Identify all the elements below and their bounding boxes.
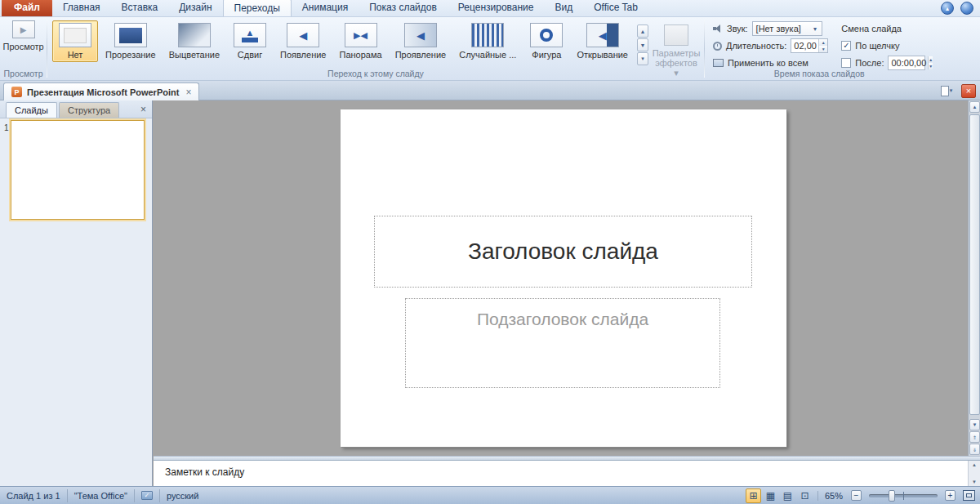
ribbon-tab-bar: Файл Главная Вставка Дизайн Переходы Ани… <box>0 0 980 17</box>
gallery-more-button[interactable]: ▾ <box>637 52 648 65</box>
tab-file[interactable]: Файл <box>2 0 52 16</box>
new-tab-button[interactable]: ▾ <box>937 83 956 98</box>
notes-scroll-down-icon[interactable]: ▼ <box>972 479 977 484</box>
duration-label: Длительность: <box>726 41 786 51</box>
fit-to-window-icon <box>966 493 972 497</box>
zoom-slider[interactable] <box>869 494 938 497</box>
zoom-level[interactable]: 65% <box>817 491 849 501</box>
on-click-option[interactable]: ✓ По щелчку <box>841 38 925 53</box>
theme-indicator[interactable]: "Тема Office" <box>68 489 135 502</box>
preview-group: ▶ Просмотр Просмотр <box>0 17 47 80</box>
tab-design[interactable]: Дизайн <box>168 0 222 16</box>
on-click-checkbox-checked[interactable]: ✓ <box>841 41 851 51</box>
scrollbar-thumb[interactable] <box>969 114 980 415</box>
subtitle-placeholder[interactable]: Подзаголовок слайда <box>405 298 720 388</box>
zoom-slider-thumb[interactable] <box>889 490 895 502</box>
language-indicator[interactable]: русский <box>160 489 205 502</box>
spinner-buttons[interactable]: ▲ ▼ <box>928 56 933 69</box>
slide-editing-area: Заголовок слайда Подзаголовок слайда ▲ ▼… <box>154 100 980 486</box>
fit-to-window-button[interactable] <box>963 490 975 501</box>
reading-view-button[interactable]: ▤ <box>780 488 795 503</box>
transition-push[interactable]: ▲ Сдвиг <box>227 20 273 62</box>
transition-cut[interactable]: Прорезание <box>100 20 162 62</box>
dropdown-icon: ▾ <box>811 25 820 33</box>
preview-button-label: Просмотр <box>3 42 44 51</box>
tab-slides[interactable]: Слайды <box>6 102 57 118</box>
collapse-ribbon-button[interactable]: ▴ <box>941 2 954 15</box>
normal-view-button[interactable]: ⊞ <box>746 488 761 503</box>
spin-up-icon: ▲ <box>929 56 933 63</box>
sound-dropdown[interactable]: [Нет звука] ▾ <box>752 21 822 36</box>
help-button[interactable] <box>960 2 973 15</box>
vertical-scrollbar[interactable]: ▲ ▼ ⇑ ⇓ <box>968 100 980 456</box>
transition-pan[interactable]: ▶◀ Панорама <box>333 20 387 62</box>
next-slide-button[interactable]: ⇓ <box>969 444 980 455</box>
scroll-down-button[interactable]: ▼ <box>969 419 980 430</box>
scrollbar-bottom-buttons: ▼ ⇑ ⇓ <box>969 418 980 456</box>
slide-canvas[interactable]: Заголовок слайда Подзаголовок слайда <box>341 109 786 447</box>
transition-fade[interactable]: Выцветание <box>163 20 225 62</box>
transition-uncover[interactable]: ◀ Открывание <box>571 20 634 62</box>
tab-review[interactable]: Рецензирование <box>448 0 545 16</box>
tab-animations[interactable]: Анимация <box>292 0 359 16</box>
close-icon: × <box>966 86 971 96</box>
transition-shape[interactable]: Фигура <box>523 20 569 62</box>
document-tab[interactable]: P Презентация Microsoft PowerPoint × <box>3 83 199 100</box>
slideshow-button[interactable]: ⊡ <box>797 488 813 503</box>
transition-none[interactable]: Нет <box>52 20 98 62</box>
close-panel-icon[interactable]: × <box>140 104 146 115</box>
slide-sorter-button[interactable]: ▦ <box>763 488 778 503</box>
transition-fade-icon <box>178 23 211 47</box>
notes-scrollbar[interactable]: ▲ ▼ <box>968 461 980 486</box>
tab-slideshow[interactable]: Показ слайдов <box>359 0 448 16</box>
tab-home[interactable]: Главная <box>52 0 111 16</box>
document-tab-controls: ▾ × <box>937 83 976 98</box>
transition-random-bars[interactable]: Случайные ... <box>453 20 522 62</box>
effect-options-icon <box>664 25 688 46</box>
transition-reveal[interactable]: ◀ Проявление <box>390 20 452 62</box>
window-controls: ▴ <box>941 2 973 15</box>
zoom-center-notch <box>903 492 904 500</box>
plus-icon: + <box>948 492 953 500</box>
tab-view[interactable]: Вид <box>545 0 584 16</box>
status-bar: Слайд 1 из 1 "Тема Office" ✓ русский ⊞ ▦… <box>0 486 980 504</box>
title-placeholder[interactable]: Заголовок слайда <box>374 216 752 288</box>
transition-wipe[interactable]: ◀ Появление <box>274 20 332 62</box>
close-document-button[interactable]: × <box>961 84 976 98</box>
chevron-up-icon: ▴ <box>946 5 949 12</box>
spellcheck-indicator[interactable]: ✓ <box>135 489 160 502</box>
gallery-scroll-up-button[interactable]: ▲ <box>637 25 648 38</box>
spin-up-icon: ▲ <box>819 39 827 46</box>
spinner-buttons[interactable]: ▲ ▼ <box>818 39 827 52</box>
tab-office-tab[interactable]: Office Tab <box>583 0 648 16</box>
tab-transitions[interactable]: Переходы <box>223 0 292 16</box>
slides-panel-tabs: Слайды Структура × <box>0 100 152 118</box>
previous-slide-button[interactable]: ⇑ <box>969 431 980 443</box>
preview-button[interactable]: ▶ Просмотр <box>3 20 44 51</box>
transition-group-label: Переход к этому слайду <box>47 69 704 78</box>
notes-scroll-up-icon[interactable]: ▲ <box>972 462 977 467</box>
timing-group: Звук: [Нет звука] ▾ Длительность: 02,00 … <box>705 17 933 80</box>
slide-counter[interactable]: Слайд 1 из 1 <box>0 489 68 502</box>
transition-random-bars-icon <box>471 23 504 47</box>
zoom-out-button[interactable]: − <box>851 490 862 501</box>
transition-none-icon <box>59 23 91 47</box>
notes-placeholder[interactable]: Заметки к слайду <box>154 461 980 478</box>
preview-icon: ▶ <box>12 20 35 38</box>
transition-gallery-group: Нет Прорезание Выцветание ▲ Сдвиг <box>47 17 704 80</box>
scroll-up-button[interactable]: ▲ <box>969 101 980 113</box>
slide-thumbnail[interactable] <box>11 120 145 220</box>
notes-pane[interactable]: Заметки к слайду ▲ ▼ <box>154 461 980 486</box>
new-document-icon <box>941 86 949 96</box>
gallery-scroll-down-button[interactable]: ▼ <box>637 38 648 51</box>
transition-uncover-icon: ◀ <box>586 23 619 47</box>
close-document-tab-icon[interactable]: × <box>185 87 191 98</box>
preview-group-label: Просмотр <box>0 69 47 78</box>
zoom-in-button[interactable]: + <box>945 490 956 501</box>
after-checkbox-unchecked[interactable] <box>841 58 851 68</box>
tab-outline[interactable]: Структура <box>59 102 119 118</box>
slide-sorter-icon: ▦ <box>766 490 775 502</box>
tab-insert[interactable]: Вставка <box>111 0 169 16</box>
duration-spinner[interactable]: 02,00 ▲ ▼ <box>791 38 828 53</box>
slideshow-icon: ⊡ <box>800 490 808 502</box>
